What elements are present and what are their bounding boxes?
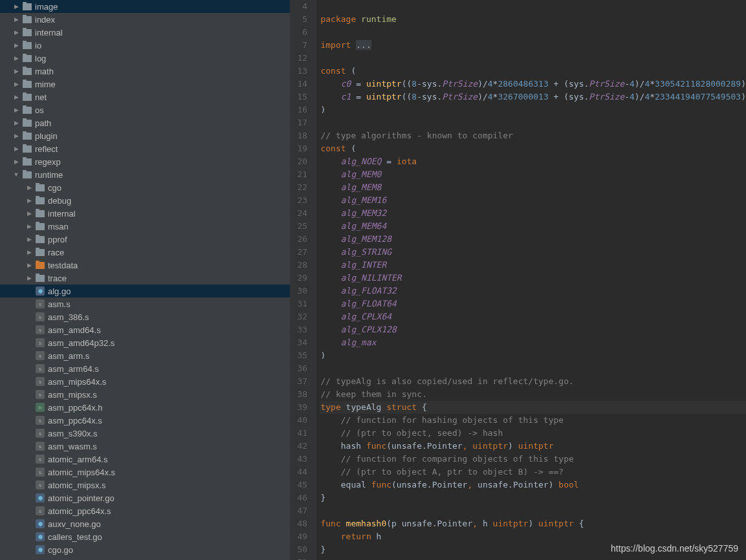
code-line[interactable]: alg_MEM16 bbox=[320, 194, 746, 207]
code-line[interactable]: // type algorithms - known to compiler bbox=[320, 129, 746, 142]
tree-item[interactable]: satomic_mipsx.s bbox=[0, 479, 290, 491]
code-area[interactable]: package runtimeimport ...const ( c0 = ui… bbox=[316, 0, 746, 560]
expand-arrow-icon[interactable] bbox=[13, 3, 19, 10]
tree-item[interactable]: satomic_mips64x.s bbox=[0, 466, 290, 479]
expand-arrow-icon[interactable] bbox=[13, 68, 19, 74]
code-line[interactable]: alg_FLOAT64 bbox=[320, 297, 746, 310]
code-line[interactable]: alg_NILINTER bbox=[320, 272, 746, 285]
code-line[interactable]: // function for hashing objects of this … bbox=[320, 414, 746, 427]
code-line[interactable] bbox=[320, 362, 746, 375]
tree-item[interactable]: ⬢auxv_none.go bbox=[0, 517, 290, 530]
tree-item[interactable]: mime bbox=[0, 78, 290, 91]
tree-item[interactable]: ⬢cgo.go bbox=[0, 543, 290, 556]
code-line[interactable]: alg_MEM64 bbox=[320, 220, 746, 233]
tree-item[interactable]: log bbox=[0, 52, 290, 65]
code-line[interactable]: alg_max bbox=[320, 336, 746, 349]
tree-item[interactable]: sasm_s390x.s bbox=[0, 427, 290, 440]
code-line[interactable]: ) bbox=[320, 103, 746, 116]
code-line[interactable]: func memhash0(p unsafe.Pointer, h uintpt… bbox=[320, 517, 746, 530]
tree-item[interactable]: reflect bbox=[0, 142, 290, 155]
code-line[interactable]: alg_CPLX128 bbox=[320, 323, 746, 336]
tree-item[interactable]: runtime bbox=[0, 168, 290, 181]
code-line[interactable]: c1 = uintptr((8-sys.PtrSize)/4*326700001… bbox=[320, 91, 746, 103]
expand-arrow-icon[interactable] bbox=[13, 81, 19, 87]
expand-arrow-icon[interactable] bbox=[26, 184, 32, 191]
tree-item[interactable]: msan bbox=[0, 220, 290, 233]
tree-item[interactable]: internal bbox=[0, 26, 290, 39]
expand-arrow-icon[interactable] bbox=[13, 107, 19, 113]
expand-arrow-icon[interactable] bbox=[13, 94, 19, 100]
expand-arrow-icon[interactable] bbox=[13, 55, 19, 61]
expand-arrow-icon[interactable] bbox=[13, 29, 19, 36]
expand-arrow-icon[interactable] bbox=[26, 262, 32, 268]
code-line[interactable]: alg_MEM32 bbox=[320, 207, 746, 220]
tree-item[interactable]: sasm_mips64x.s bbox=[0, 375, 290, 388]
tree-item[interactable]: hasm_ppc64x.h bbox=[0, 401, 290, 414]
expand-arrow-icon[interactable] bbox=[13, 42, 19, 48]
expand-arrow-icon[interactable] bbox=[26, 236, 32, 242]
code-line[interactable] bbox=[320, 556, 746, 560]
tree-item[interactable]: math bbox=[0, 65, 290, 78]
code-line[interactable]: return h bbox=[320, 530, 746, 543]
code-editor[interactable]: 4567121314151617181920212223242526272829… bbox=[290, 0, 746, 560]
code-line[interactable]: const ( bbox=[320, 65, 746, 78]
code-line[interactable]: // keep them in sync. bbox=[320, 388, 746, 401]
code-line[interactable]: ) bbox=[320, 349, 746, 362]
code-line[interactable] bbox=[320, 116, 746, 129]
code-line[interactable]: // (ptr to object A, ptr to object B) ->… bbox=[320, 466, 746, 479]
tree-item[interactable]: trace bbox=[0, 272, 290, 285]
expand-arrow-icon[interactable] bbox=[13, 120, 19, 126]
tree-item[interactable]: race bbox=[0, 246, 290, 259]
tree-item[interactable]: sasm_386.s bbox=[0, 310, 290, 323]
tree-item[interactable]: sasm_wasm.s bbox=[0, 440, 290, 453]
expand-arrow-icon[interactable] bbox=[13, 158, 19, 165]
code-line[interactable]: type typeAlg struct { bbox=[320, 401, 746, 414]
expand-arrow-icon[interactable] bbox=[13, 133, 19, 139]
code-line[interactable] bbox=[320, 504, 746, 517]
expand-arrow-icon[interactable] bbox=[26, 210, 32, 217]
code-line[interactable]: c0 = uintptr((8-sys.PtrSize)/4*286048631… bbox=[320, 78, 746, 91]
code-line[interactable]: alg_MEM8 bbox=[320, 181, 746, 194]
code-line[interactable]: const ( bbox=[320, 142, 746, 155]
expand-arrow-icon[interactable] bbox=[13, 145, 19, 152]
tree-item[interactable]: internal bbox=[0, 207, 290, 220]
code-line[interactable]: import ... bbox=[320, 39, 746, 52]
tree-item[interactable]: debug bbox=[0, 194, 290, 207]
code-line[interactable]: package runtime bbox=[320, 13, 746, 26]
tree-item[interactable]: ⬢alg.go bbox=[0, 285, 290, 297]
code-line[interactable]: alg_FLOAT32 bbox=[320, 285, 746, 297]
tree-item[interactable]: pprof bbox=[0, 233, 290, 246]
code-line[interactable]: // typeAlg is also copied/used in reflec… bbox=[320, 375, 746, 388]
tree-item[interactable]: path bbox=[0, 116, 290, 129]
code-line[interactable]: alg_CPLX64 bbox=[320, 310, 746, 323]
tree-item[interactable]: sasm.s bbox=[0, 297, 290, 310]
code-line[interactable]: } bbox=[320, 491, 746, 504]
expand-arrow-icon[interactable] bbox=[13, 171, 19, 178]
tree-item[interactable]: ⬢callers_test.go bbox=[0, 530, 290, 543]
code-line[interactable]: alg_NOEQ = iota bbox=[320, 155, 746, 168]
tree-item[interactable]: index bbox=[0, 13, 290, 26]
tree-item[interactable]: sasm_arm64.s bbox=[0, 362, 290, 375]
code-line[interactable] bbox=[320, 26, 746, 39]
code-line[interactable]: alg_INTER bbox=[320, 259, 746, 272]
code-line[interactable]: // (ptr to object, seed) -> hash bbox=[320, 427, 746, 440]
tree-item[interactable]: sasm_amd64p32.s bbox=[0, 336, 290, 349]
tree-item[interactable]: plugin bbox=[0, 129, 290, 142]
tree-item[interactable]: sasm_amd64.s bbox=[0, 323, 290, 336]
expand-arrow-icon[interactable] bbox=[26, 249, 32, 255]
tree-item[interactable]: image bbox=[0, 0, 290, 13]
tree-item[interactable]: cgo bbox=[0, 181, 290, 194]
expand-arrow-icon[interactable] bbox=[26, 223, 32, 230]
tree-item[interactable]: net bbox=[0, 91, 290, 103]
code-line[interactable]: equal func(unsafe.Pointer, unsafe.Pointe… bbox=[320, 479, 746, 491]
expand-arrow-icon[interactable] bbox=[26, 197, 32, 204]
code-line[interactable]: alg_MEM0 bbox=[320, 168, 746, 181]
tree-item[interactable]: testdata bbox=[0, 259, 290, 272]
tree-item[interactable]: regexp bbox=[0, 155, 290, 168]
tree-item[interactable]: sasm_ppc64x.s bbox=[0, 414, 290, 427]
code-line[interactable]: alg_MEM128 bbox=[320, 233, 746, 246]
expand-arrow-icon[interactable] bbox=[26, 275, 32, 281]
expand-arrow-icon[interactable] bbox=[13, 16, 19, 23]
tree-item[interactable]: sasm_mipsx.s bbox=[0, 388, 290, 401]
code-line[interactable] bbox=[320, 52, 746, 65]
